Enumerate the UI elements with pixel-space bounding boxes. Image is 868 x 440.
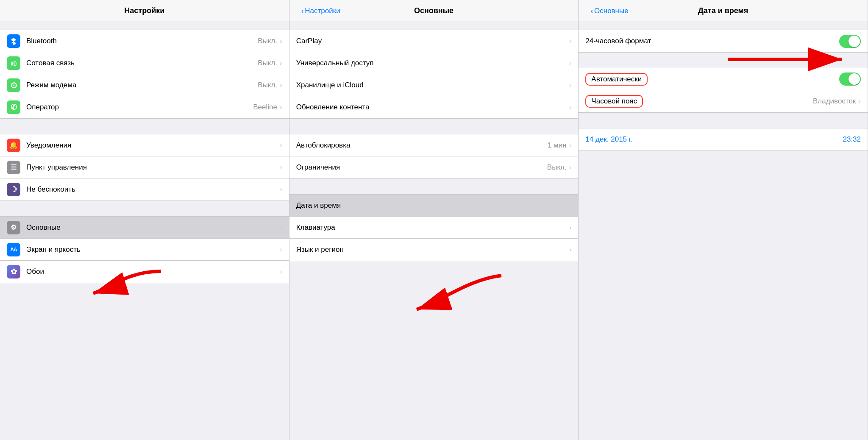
format-label: 24-часовой формат bbox=[585, 37, 839, 45]
bluetooth-icon bbox=[7, 34, 20, 48]
col3-back-button[interactable]: ‹ Основные bbox=[590, 6, 631, 16]
general-row[interactable]: ⚙ Основные › bbox=[0, 217, 289, 239]
donotdisturb-chevron: › bbox=[280, 185, 282, 194]
general-column: ‹ Настройки Основные CarPlay › Универсал… bbox=[289, 0, 579, 440]
format-toggle[interactable] bbox=[839, 35, 861, 48]
carrier-label: Оператор bbox=[26, 103, 253, 111]
bgrefresh-chevron: › bbox=[569, 103, 572, 111]
carrier-chevron: › bbox=[280, 103, 282, 111]
auto-toggle[interactable] bbox=[839, 72, 861, 86]
col2-group2: Автоблокировка 1 мин › Ограничения Выкл.… bbox=[289, 134, 579, 179]
language-chevron: › bbox=[569, 245, 572, 254]
restrictions-label: Ограничения bbox=[296, 163, 547, 172]
donotdisturb-row[interactable]: ☽ Не беспокоить › bbox=[0, 178, 289, 201]
general-icon: ⚙ bbox=[7, 221, 20, 234]
settings-column: Настройки Bluetooth Выкл. › ((·)) Сотова… bbox=[0, 0, 289, 440]
col3-back-label[interactable]: Основные bbox=[594, 7, 629, 15]
timezone-right: Владивосток › bbox=[813, 97, 861, 106]
display-icon: AA bbox=[7, 243, 20, 256]
spacer2 bbox=[0, 119, 289, 134]
col2-group1: CarPlay › Универсальный доступ › Хранили… bbox=[289, 30, 579, 119]
datetime-label: Дата и время bbox=[296, 201, 569, 210]
autolock-chevron: › bbox=[569, 141, 572, 150]
col1-group1: Bluetooth Выкл. › ((·)) Сотовая связь Вы… bbox=[0, 30, 289, 119]
timezone-label: Часовой пояс bbox=[585, 95, 643, 108]
controlcenter-row[interactable]: ☰ Пункт управления › bbox=[0, 156, 289, 178]
donotdisturb-icon: ☽ bbox=[7, 183, 20, 196]
col2-header-wrap: ‹ Настройки Основные bbox=[296, 6, 572, 15]
cellular-value: Выкл. bbox=[258, 59, 277, 67]
bluetooth-value: Выкл. bbox=[258, 37, 277, 45]
col3-title: Дата и время bbox=[698, 6, 748, 15]
wallpaper-icon: ✿ bbox=[7, 265, 20, 278]
col3-datepicker-group: 14 дек. 2015 г. 23:32 bbox=[579, 128, 868, 151]
time-value: 23:32 bbox=[843, 135, 861, 144]
datetime-row[interactable]: Дата и время › bbox=[289, 195, 579, 217]
col3-auto-group: Автоматически Часовой пояс Владивосток › bbox=[579, 68, 868, 113]
spacer bbox=[579, 22, 868, 30]
col2-back-label[interactable]: Настройки bbox=[305, 7, 340, 15]
restrictions-chevron: › bbox=[569, 163, 572, 172]
cellular-chevron: › bbox=[280, 59, 282, 67]
general-label: Основные bbox=[26, 223, 280, 232]
spacer4 bbox=[289, 119, 579, 134]
timezone-row[interactable]: Часовой пояс Владивосток › bbox=[579, 90, 868, 112]
notifications-row[interactable]: 🔔 Уведомления › bbox=[0, 134, 289, 156]
controlcenter-chevron: › bbox=[280, 163, 282, 172]
icloud-chevron: › bbox=[569, 81, 572, 89]
spacer6 bbox=[579, 53, 868, 68]
autolock-value: 1 мин bbox=[548, 141, 567, 150]
icloud-label: Хранилище и iCloud bbox=[296, 81, 569, 89]
keyboard-chevron: › bbox=[569, 223, 572, 232]
controlcenter-label: Пункт управления bbox=[26, 163, 280, 172]
timezone-value: Владивосток bbox=[813, 97, 856, 106]
col2-back-button[interactable]: ‹ Настройки bbox=[301, 6, 343, 16]
hotspot-row[interactable]: ⊙ Режим модема Выкл. › bbox=[0, 74, 289, 96]
wallpaper-row[interactable]: ✿ Обои › bbox=[0, 261, 289, 283]
bgrefresh-label: Обновление контента bbox=[296, 103, 569, 111]
carrier-row[interactable]: ✆ Оператор Beeline › bbox=[0, 96, 289, 118]
carplay-label: CarPlay bbox=[296, 37, 569, 45]
cellular-label: Сотовая связь bbox=[26, 59, 258, 67]
keyboard-label: Клавиатура bbox=[296, 223, 569, 232]
bgrefresh-row[interactable]: Обновление контента › bbox=[289, 96, 579, 118]
notifications-chevron: › bbox=[280, 141, 282, 150]
col3-header: ‹ Основные Дата и время bbox=[579, 0, 868, 22]
display-label: Экран и яркость bbox=[26, 245, 280, 254]
keyboard-row[interactable]: Клавиатура › bbox=[289, 217, 579, 239]
spacer3 bbox=[0, 201, 289, 216]
accessibility-label: Универсальный доступ bbox=[296, 59, 569, 67]
carrier-icon: ✆ bbox=[7, 100, 20, 114]
display-chevron: › bbox=[280, 245, 282, 254]
carplay-chevron: › bbox=[569, 37, 572, 45]
col2-back-chevron: ‹ bbox=[301, 6, 304, 16]
format-row: 24-часовой формат bbox=[579, 30, 868, 52]
arrow2 bbox=[408, 267, 510, 322]
controlcenter-icon: ☰ bbox=[7, 161, 20, 174]
carplay-row[interactable]: CarPlay › bbox=[289, 30, 579, 52]
auto-toggle-knob bbox=[849, 73, 860, 85]
col1-group3: ⚙ Основные › AA Экран и яркость › ✿ Обои… bbox=[0, 216, 289, 283]
language-row[interactable]: Язык и регион › bbox=[289, 239, 579, 261]
datetime-column: ‹ Основные Дата и время 24-часовой форма… bbox=[579, 0, 868, 440]
restrictions-row[interactable]: Ограничения Выкл. › bbox=[289, 156, 579, 178]
col3-back-chevron: ‹ bbox=[590, 6, 593, 16]
icloud-row[interactable]: Хранилище и iCloud › bbox=[289, 74, 579, 96]
format-toggle-knob bbox=[849, 36, 860, 47]
col1-header: Настройки bbox=[0, 0, 289, 22]
bluetooth-chevron: › bbox=[280, 37, 282, 45]
donotdisturb-label: Не беспокоить bbox=[26, 185, 280, 194]
cellular-row[interactable]: ((·)) Сотовая связь Выкл. › bbox=[0, 52, 289, 74]
date-time-display-row[interactable]: 14 дек. 2015 г. 23:32 bbox=[579, 128, 868, 150]
hotspot-chevron: › bbox=[280, 81, 282, 89]
accessibility-row[interactable]: Универсальный доступ › bbox=[289, 52, 579, 74]
timezone-chevron: › bbox=[858, 97, 861, 106]
display-row[interactable]: AA Экран и яркость › bbox=[0, 239, 289, 261]
restrictions-value: Выкл. bbox=[547, 163, 567, 172]
spacer bbox=[289, 22, 579, 30]
carrier-value: Beeline bbox=[253, 103, 277, 111]
autolock-row[interactable]: Автоблокировка 1 мин › bbox=[289, 134, 579, 156]
bluetooth-row[interactable]: Bluetooth Выкл. › bbox=[0, 30, 289, 52]
col1-group2: 🔔 Уведомления › ☰ Пункт управления › ☽ Н… bbox=[0, 134, 289, 201]
wallpaper-label: Обои bbox=[26, 267, 280, 276]
